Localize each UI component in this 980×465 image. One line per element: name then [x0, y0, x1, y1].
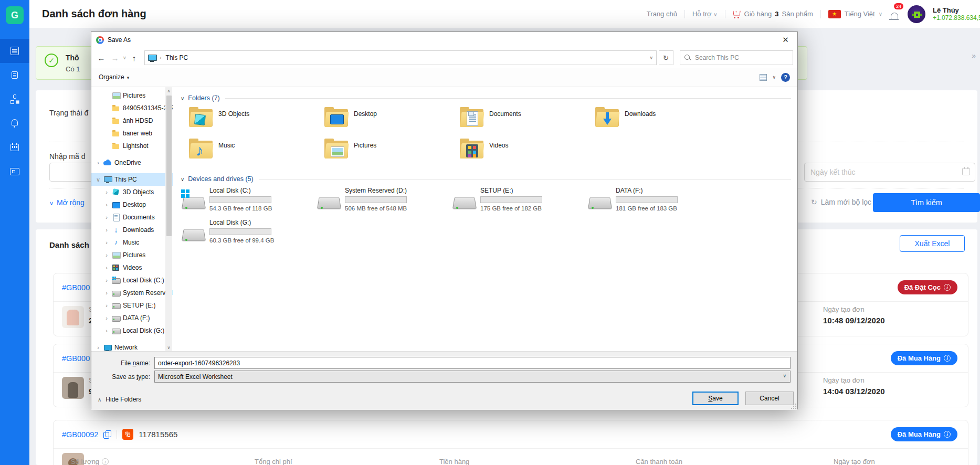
save-button[interactable]: Save: [692, 392, 739, 405]
sidebar-item[interactable]: [0, 111, 29, 135]
address-location[interactable]: This PC: [166, 54, 188, 61]
forward-button[interactable]: →: [109, 54, 121, 62]
drives-group-header[interactable]: ∨ Devices and drives (5): [181, 175, 791, 183]
tree-item[interactable]: › Music: [91, 236, 173, 249]
notifications-bell[interactable]: 24: [890, 7, 900, 21]
scroll-up-arrow[interactable]: ∧: [165, 87, 172, 94]
tree-item[interactable]: ảnh HDSD: [91, 114, 173, 127]
nav-home[interactable]: Trang chủ: [647, 10, 677, 18]
tree-item[interactable]: 84905431345-202: [91, 102, 173, 114]
scrollbar-thumb[interactable]: [166, 96, 172, 236]
file-type-select[interactable]: Microsoft Excel Worksheet: [154, 371, 791, 383]
tree-expander-icon[interactable]: ›: [104, 227, 109, 233]
app-logo[interactable]: G: [6, 6, 24, 24]
close-button[interactable]: ✕: [774, 32, 797, 47]
collapse-chevrons-icon[interactable]: »: [972, 51, 976, 60]
tree-item[interactable]: › Local Disk (G:): [91, 324, 173, 337]
tree-expander-icon[interactable]: ›: [104, 315, 109, 321]
tree-item[interactable]: › Desktop: [91, 198, 173, 211]
tree-scrollbar[interactable]: ∧ ∨: [165, 87, 172, 351]
recent-locations-chevron[interactable]: ∨: [123, 55, 127, 60]
order-id-link[interactable]: #GB00092: [62, 430, 98, 439]
sidebar-item[interactable]: [0, 87, 29, 111]
hide-folders-toggle[interactable]: Hide Folders: [98, 396, 141, 403]
tree-item[interactable]: Pictures: [91, 89, 173, 102]
address-bar[interactable]: › This PC ∨: [144, 50, 657, 65]
avatar[interactable]: [908, 5, 925, 23]
folder-item[interactable]: Videos: [459, 139, 595, 166]
drive-item[interactable]: Local Disk (G:) 60.3 GB free of 99.4 GB: [183, 219, 318, 244]
tree-item[interactable]: › Network: [91, 341, 173, 351]
search-input[interactable]: [695, 54, 788, 61]
tree-expander-icon[interactable]: ›: [104, 277, 109, 283]
product-thumbnail[interactable]: [62, 377, 84, 399]
order-status-badge[interactable]: Đã Đặt Cọc i: [898, 280, 957, 294]
drive-item[interactable]: System Reserved (D:) 506 MB free of 548 …: [318, 187, 454, 212]
tree-item[interactable]: › Downloads: [91, 224, 173, 236]
tree-item[interactable]: › SETUP (E:): [91, 299, 173, 312]
scroll-down-arrow[interactable]: ∨: [165, 344, 172, 351]
tree-item[interactable]: › Documents: [91, 211, 173, 224]
folders-group-header[interactable]: ∨ Folders (7): [181, 94, 791, 102]
tree-expander-icon[interactable]: ∨: [96, 176, 101, 183]
tree-item[interactable]: › System Reserved: [91, 287, 173, 299]
drive-item[interactable]: Local Disk (C:) 54.3 GB free of 118 GB: [183, 187, 318, 212]
tree-expander-icon[interactable]: ›: [96, 344, 101, 351]
tree-expander-icon[interactable]: ›: [104, 327, 109, 334]
folder-item[interactable]: Pictures: [324, 139, 459, 166]
tree-expander-icon[interactable]: ›: [104, 252, 109, 258]
tree-expander-icon[interactable]: ›: [104, 202, 109, 208]
tree-item[interactable]: › Pictures: [91, 249, 173, 261]
expand-filters-link[interactable]: Mở rộng: [49, 198, 85, 207]
drive-item[interactable]: DATA (F:) 181 GB free of 183 GB: [589, 187, 724, 212]
refresh-button[interactable]: ↻: [659, 50, 673, 65]
resize-grip[interactable]: [791, 404, 796, 409]
tree-item[interactable]: › Videos: [91, 261, 173, 274]
cancel-button[interactable]: Cancel: [745, 392, 794, 405]
tree-item[interactable]: › 3D Objects: [91, 186, 173, 198]
folder-item[interactable]: 3D Objects: [188, 107, 324, 134]
export-excel-button[interactable]: Xuất Excel: [900, 235, 965, 252]
tree-item[interactable]: › OneDrive: [91, 156, 173, 169]
file-name-input[interactable]: [154, 357, 791, 369]
user-info[interactable]: Lê Thúy +1.072.838.634,5: [933, 6, 978, 22]
sidebar-item[interactable]: [0, 63, 29, 87]
sidebar-item[interactable]: [0, 39, 29, 63]
up-button[interactable]: ↑: [129, 54, 140, 62]
folder-item[interactable]: ♪ Music: [188, 139, 324, 166]
help-icon[interactable]: ?: [781, 73, 790, 82]
end-date-input[interactable]: [804, 163, 975, 182]
organize-menu[interactable]: Organize: [99, 73, 129, 81]
order-status-badge[interactable]: Đã Mua Hàng i: [891, 351, 957, 365]
tree-expander-icon[interactable]: ›: [104, 265, 109, 271]
dialog-titlebar[interactable]: Save As ✕: [91, 32, 797, 48]
folder-item[interactable]: Downloads: [595, 107, 730, 134]
view-options-icon[interactable]: [760, 74, 767, 81]
order-id-link[interactable]: #GB000: [62, 283, 90, 292]
address-dropdown-chevron[interactable]: ∨: [649, 55, 653, 60]
tree-expander-icon[interactable]: ›: [96, 160, 101, 166]
tree-item[interactable]: ∨ This PC: [91, 173, 173, 186]
order-id-link[interactable]: #GB000: [62, 354, 90, 363]
tree-expander-icon[interactable]: ›: [104, 189, 109, 195]
order-status-badge[interactable]: Đã Mua Hàng i: [891, 427, 957, 441]
tree-item[interactable]: › DATA (F:): [91, 312, 173, 324]
back-button[interactable]: ←: [96, 54, 107, 62]
sidebar-item[interactable]: [0, 135, 29, 160]
nav-cart[interactable]: Giỏ hàng 3 Sản phẩm: [733, 10, 813, 18]
search-button[interactable]: Tìm kiếm: [873, 193, 980, 212]
language-switcher[interactable]: ★ Tiếng Việt ∨: [828, 10, 882, 18]
tree-expander-icon[interactable]: ›: [104, 214, 109, 220]
copy-icon[interactable]: [103, 430, 111, 439]
folder-item[interactable]: Documents: [459, 107, 595, 134]
tree-item[interactable]: baner web: [91, 127, 173, 140]
view-options-chevron[interactable]: ∨: [772, 75, 776, 80]
folder-item[interactable]: Desktop: [324, 107, 459, 134]
tree-expander-icon[interactable]: ›: [104, 290, 109, 296]
drive-item[interactable]: SETUP (E:) 175 GB free of 182 GB: [454, 187, 589, 212]
tree-item[interactable]: › Local Disk (C:): [91, 274, 173, 287]
nav-support[interactable]: Hỗ trợ ∨: [692, 10, 718, 18]
tree-expander-icon[interactable]: ›: [104, 239, 109, 246]
product-thumbnail[interactable]: [62, 306, 84, 328]
sidebar-item[interactable]: [0, 160, 29, 184]
